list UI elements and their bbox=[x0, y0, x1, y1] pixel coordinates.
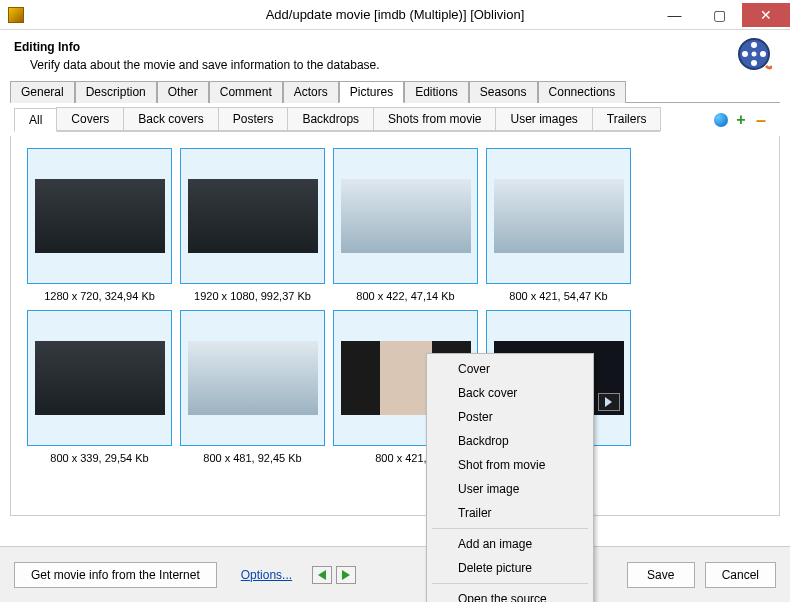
filter-covers[interactable]: Covers bbox=[56, 107, 124, 131]
thumbnail-frame[interactable] bbox=[27, 148, 172, 284]
thumbnail-image[interactable] bbox=[35, 179, 165, 253]
prev-button[interactable] bbox=[312, 566, 332, 584]
titlebar: Add/update movie [imdb (Multiple)] [Obli… bbox=[0, 0, 790, 30]
thumbnail: 800 x 481, 92,45 Kb bbox=[180, 310, 325, 464]
remove-icon[interactable]: – bbox=[754, 113, 768, 127]
picture-toolbar: + – bbox=[714, 113, 780, 127]
window-controls: — ▢ ✕ bbox=[652, 3, 790, 27]
thumbnail-frame[interactable] bbox=[180, 148, 325, 284]
menu-item-shot-from-movie[interactable]: Shot from movie bbox=[430, 453, 590, 477]
tab-editions[interactable]: Editions bbox=[404, 81, 469, 103]
save-button[interactable]: Save bbox=[627, 562, 695, 588]
thumbnail-caption: 800 x 421, 54,47 Kb bbox=[486, 290, 631, 302]
menu-separator bbox=[432, 528, 588, 529]
tab-description[interactable]: Description bbox=[75, 81, 157, 103]
menu-separator bbox=[432, 583, 588, 584]
thumbnail: 800 x 421, 54,47 Kb bbox=[486, 148, 631, 302]
svg-point-1 bbox=[751, 42, 757, 48]
thumbnail-grid[interactable]: 1280 x 720, 324,94 Kb1920 x 1080, 992,37… bbox=[11, 136, 779, 515]
gallery-panel: 1280 x 720, 324,94 Kb1920 x 1080, 992,37… bbox=[10, 136, 780, 516]
svg-point-3 bbox=[751, 60, 757, 66]
filter-posters[interactable]: Posters bbox=[218, 107, 289, 131]
tab-pictures[interactable]: Pictures bbox=[339, 81, 404, 103]
thumbnail-image[interactable] bbox=[341, 179, 471, 253]
next-button[interactable] bbox=[336, 566, 356, 584]
main-tabs: GeneralDescriptionOtherCommentActorsPict… bbox=[10, 80, 780, 103]
options-link[interactable]: Options... bbox=[241, 568, 292, 582]
thumbnail-image[interactable] bbox=[188, 341, 318, 415]
window-title: Add/update movie [imdb (Multiple)] [Obli… bbox=[266, 7, 525, 22]
menu-item-open-the-source[interactable]: Open the source bbox=[430, 587, 590, 602]
filter-all[interactable]: All bbox=[14, 108, 57, 132]
filter-trailers[interactable]: Trailers bbox=[592, 107, 662, 131]
svg-point-5 bbox=[752, 52, 757, 57]
tab-general[interactable]: General bbox=[10, 81, 75, 103]
menu-item-add-an-image[interactable]: Add an image bbox=[430, 532, 590, 556]
play-icon[interactable] bbox=[598, 393, 620, 411]
page-subtitle: Verify data about the movie and save inf… bbox=[30, 58, 776, 72]
globe-icon[interactable] bbox=[714, 113, 728, 127]
menu-item-back-cover[interactable]: Back cover bbox=[430, 381, 590, 405]
get-info-button[interactable]: Get movie info from the Internet bbox=[14, 562, 217, 588]
context-menu: CoverBack coverPosterBackdropShot from m… bbox=[426, 353, 594, 602]
thumbnail-image[interactable] bbox=[35, 341, 165, 415]
filter-backdrops[interactable]: Backdrops bbox=[287, 107, 374, 131]
filter-back-covers[interactable]: Back covers bbox=[123, 107, 218, 131]
tab-seasons[interactable]: Seasons bbox=[469, 81, 538, 103]
thumbnail-caption: 1280 x 720, 324,94 Kb bbox=[27, 290, 172, 302]
tab-connections[interactable]: Connections bbox=[538, 81, 627, 103]
app-icon bbox=[8, 7, 24, 23]
thumbnail-frame[interactable] bbox=[27, 310, 172, 446]
filter-user-images[interactable]: User images bbox=[495, 107, 592, 131]
svg-point-4 bbox=[742, 51, 748, 57]
menu-item-delete-picture[interactable]: Delete picture bbox=[430, 556, 590, 580]
thumbnail: 800 x 422, 47,14 Kb bbox=[333, 148, 478, 302]
footer: Get movie info from the Internet Options… bbox=[0, 546, 790, 602]
menu-item-trailer[interactable]: Trailer bbox=[430, 501, 590, 525]
menu-item-cover[interactable]: Cover bbox=[430, 357, 590, 381]
film-reel-icon bbox=[736, 36, 772, 72]
tab-other[interactable]: Other bbox=[157, 81, 209, 103]
add-icon[interactable]: + bbox=[734, 113, 748, 127]
thumbnail-caption: 800 x 481, 92,45 Kb bbox=[180, 452, 325, 464]
thumbnail-caption: 800 x 339, 29,54 Kb bbox=[27, 452, 172, 464]
thumbnail: 1280 x 720, 324,94 Kb bbox=[27, 148, 172, 302]
tab-actors[interactable]: Actors bbox=[283, 81, 339, 103]
thumbnail-image[interactable] bbox=[188, 179, 318, 253]
maximize-button[interactable]: ▢ bbox=[697, 3, 742, 27]
menu-item-poster[interactable]: Poster bbox=[430, 405, 590, 429]
menu-item-user-image[interactable]: User image bbox=[430, 477, 590, 501]
close-button[interactable]: ✕ bbox=[742, 3, 790, 27]
cancel-button[interactable]: Cancel bbox=[705, 562, 776, 588]
minimize-button[interactable]: — bbox=[652, 3, 697, 27]
thumbnail: 1920 x 1080, 992,37 Kb bbox=[180, 148, 325, 302]
thumbnail: 800 x 339, 29,54 Kb bbox=[27, 310, 172, 464]
picture-filter-row: AllCoversBack coversPostersBackdropsShot… bbox=[14, 107, 780, 132]
thumbnail-caption: 800 x 422, 47,14 Kb bbox=[333, 290, 478, 302]
picture-filter-tabs: AllCoversBack coversPostersBackdropsShot… bbox=[14, 107, 660, 132]
tab-comment[interactable]: Comment bbox=[209, 81, 283, 103]
menu-item-backdrop[interactable]: Backdrop bbox=[430, 429, 590, 453]
header: Editing Info Verify data about the movie… bbox=[0, 30, 790, 80]
thumbnail-frame[interactable] bbox=[333, 148, 478, 284]
thumbnail-frame[interactable] bbox=[180, 310, 325, 446]
thumbnail-caption: 1920 x 1080, 992,37 Kb bbox=[180, 290, 325, 302]
page-title: Editing Info bbox=[14, 40, 776, 54]
svg-point-2 bbox=[760, 51, 766, 57]
nav-arrows bbox=[312, 566, 356, 584]
filter-shots-from-movie[interactable]: Shots from movie bbox=[373, 107, 496, 131]
thumbnail-frame[interactable] bbox=[486, 148, 631, 284]
thumbnail-image[interactable] bbox=[494, 179, 624, 253]
